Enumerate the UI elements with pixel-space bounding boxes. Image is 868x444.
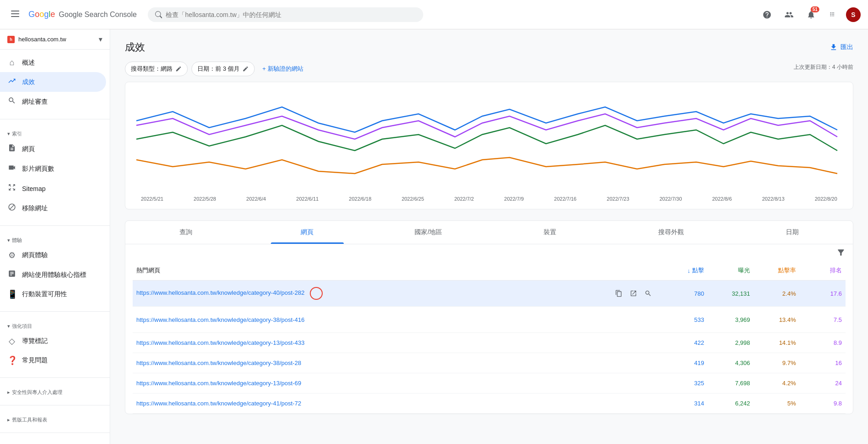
table-row[interactable]: https://www.hellosanta.com.tw/knowledge/… — [133, 353, 846, 373]
row-clicks-0: 780 — [658, 290, 704, 297]
export-button[interactable]: 匯出 — [829, 43, 853, 51]
row-url-4: https://www.hellosanta.com.tw/knowledge/… — [136, 380, 655, 387]
enhance-section-header: ▾ 強化項目 — [0, 319, 110, 332]
inspect-button[interactable] — [642, 313, 655, 326]
table-metrics-header: ↓ 點擊 曝光 點擊率 排名 — [658, 266, 842, 275]
x-label-8: 2022/7/16 — [554, 196, 577, 202]
row-clicks-3: 419 — [658, 360, 704, 366]
table-row[interactable]: https://www.hellosanta.com.tw/knowledge/… — [133, 393, 846, 414]
nav-item-pages[interactable]: 網頁 — [0, 139, 106, 159]
svg-rect-1 — [11, 13, 19, 14]
search-input[interactable] — [166, 11, 416, 18]
help-button[interactable] — [758, 6, 776, 24]
copy-button[interactable] — [612, 287, 625, 300]
table-row[interactable]: https://www.hellosanta.com.tw/knowledge/… — [133, 333, 846, 353]
gear-icon: ⚙ — [7, 250, 17, 260]
row-ctr-2: 14.1% — [750, 339, 796, 346]
tab-device[interactable]: 裝置 — [489, 221, 610, 244]
tab-page[interactable]: 網頁 — [246, 221, 368, 244]
security-section: ▸ 安全性與專人介入處理 — [0, 382, 110, 401]
search-type-filter[interactable]: 搜尋類型：網路 — [125, 62, 188, 76]
row-clicks-1: 533 — [658, 316, 704, 323]
table-container: 熱門網頁 ↓ 點擊 曝光 點擊率 — [125, 261, 853, 414]
tab-query[interactable]: 查詢 — [125, 221, 246, 244]
edit-date-icon — [242, 66, 249, 72]
row-impressions-5: 6,242 — [704, 400, 750, 407]
header: Google Google Search Console 51 S — [0, 0, 868, 29]
nav-item-breadcrumbs[interactable]: ◇ 導覽標記 — [0, 332, 106, 351]
security-section-header: ▸ 安全性與專人介入處理 — [0, 385, 110, 398]
impressions-header[interactable]: 曝光 — [704, 266, 750, 275]
avatar[interactable]: S — [846, 7, 861, 22]
table-pages-header: 熱門網頁 — [136, 266, 658, 275]
table-row[interactable]: https://www.hellosanta.com.tw/knowledge/… — [133, 307, 846, 333]
nav-item-performance[interactable]: 成效 — [0, 72, 106, 92]
date-filter[interactable]: 日期：前 3 個月 — [191, 62, 255, 76]
row-position-0: 17.6 — [796, 290, 842, 297]
inspect-button[interactable] — [642, 287, 655, 300]
performance-chart — [136, 93, 842, 194]
app-logo: Google Google Search Console — [28, 10, 137, 19]
property-selector[interactable]: h hellosanta.com.tw ▾ — [0, 29, 110, 50]
nav-item-faq[interactable]: ❓ 常見問題 — [0, 351, 106, 370]
notification-badge: 51 — [811, 6, 819, 12]
tab-country[interactable]: 國家/地區 — [368, 221, 489, 244]
position-header[interactable]: 排名 — [796, 266, 842, 275]
x-label-0: 2022/5/21 — [141, 196, 163, 202]
breadcrumb-icon: ◇ — [7, 336, 17, 346]
x-label-4: 2022/6/18 — [349, 196, 371, 202]
accounts-button[interactable] — [780, 6, 798, 24]
nav-item-sitemap[interactable]: Sitemap — [0, 179, 106, 198]
nav-item-video[interactable]: 影片網頁數 — [0, 159, 106, 179]
table-row[interactable]: https://www.hellosanta.com.tw/knowledge/… — [133, 281, 846, 307]
row-url-2: https://www.hellosanta.com.tw/knowledge/… — [136, 339, 655, 346]
row-clicks-4: 325 — [658, 380, 704, 387]
row-position-3: 16 — [796, 360, 842, 366]
tab-date[interactable]: 日期 — [732, 221, 853, 244]
row-position-5: 9.8 — [796, 400, 842, 407]
video-icon — [7, 163, 17, 174]
clicks-header[interactable]: ↓ 點擊 — [658, 266, 704, 275]
ctr-header[interactable]: 點擊率 — [750, 266, 796, 275]
header-left: Google Google Search Console — [7, 6, 137, 23]
open-button[interactable] — [627, 287, 640, 300]
open-button[interactable] — [627, 313, 640, 326]
row-position-1: 7.5 — [796, 316, 842, 323]
nav-item-links[interactable]: 🔗 連結 — [0, 440, 106, 444]
nav-item-core-web-vitals[interactable]: 網站使用體驗核心指標 — [0, 265, 106, 285]
copy-button[interactable] — [612, 313, 625, 326]
add-filter-button[interactable]: + 新驗證的網站 — [258, 62, 307, 76]
main-content: 成效 匯出 搜尋類型：網路 日期：前 3 個月 + 新驗證的網站 上次更新日期：… — [110, 29, 868, 444]
google-logo: Google — [28, 10, 55, 19]
tab-search-appearance[interactable]: 搜尋外觀 — [610, 221, 732, 244]
table-row[interactable]: https://www.hellosanta.com.tw/knowledge/… — [133, 373, 846, 393]
search-icon — [155, 11, 162, 18]
nav-item-audit[interactable]: 網址審查 — [0, 92, 106, 112]
nav-item-overview[interactable]: ⌂ 概述 — [0, 53, 106, 72]
notification-button[interactable]: 51 — [802, 6, 820, 24]
layout: 成效 匯出 搜尋類型：網路 日期：前 3 個月 + 新驗證的網站 上次更新日期：… — [0, 29, 868, 444]
sitemap-icon — [7, 183, 17, 194]
legacy-section-header: ▸ 舊版工具和報表 — [0, 413, 110, 425]
x-label-11: 2022/8/6 — [712, 196, 732, 202]
table-filter-button[interactable] — [125, 244, 853, 261]
menu-button[interactable] — [7, 6, 23, 23]
pages-icon — [7, 144, 17, 154]
app-name: Google Search Console — [59, 11, 137, 19]
nav-item-mobile[interactable]: 📱 行動裝置可用性 — [0, 285, 106, 304]
edit-icon — [175, 66, 182, 72]
chart-x-labels: 2022/5/21 2022/5/28 2022/6/4 2022/6/11 2… — [136, 196, 842, 202]
chevron-legacy-icon: ▸ — [7, 417, 10, 423]
chevron-security-icon: ▸ — [7, 389, 10, 395]
nav-item-removals[interactable]: 移除網址 — [0, 198, 106, 218]
apps-button[interactable] — [824, 6, 842, 24]
removals-icon — [7, 203, 17, 214]
index-section-header: ▾ 索引 — [0, 127, 110, 139]
row-impressions-2: 2,998 — [704, 339, 750, 346]
row-ctr-3: 9.7% — [750, 360, 796, 366]
row-impressions-0: 32,131 — [704, 290, 750, 297]
experience-section: ▾ 體驗 ⚙ 網頁體驗 網站使用體驗核心指標 📱 行動裝置可用性 — [0, 230, 110, 308]
search-bar[interactable] — [148, 7, 423, 22]
nav-item-page-experience[interactable]: ⚙ 網頁體驗 — [0, 246, 106, 265]
faq-icon: ❓ — [7, 355, 17, 365]
